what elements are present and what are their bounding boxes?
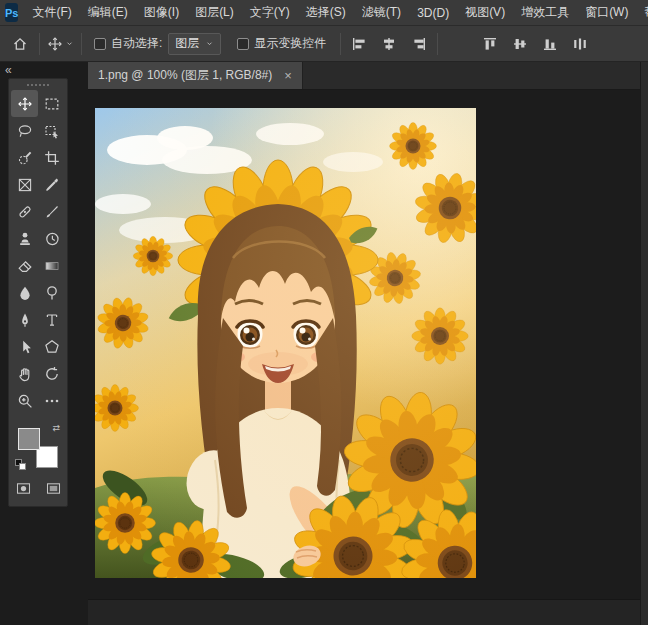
- document-tab[interactable]: 1.png @ 100% (图层 1, RGB/8#) ×: [88, 62, 303, 89]
- frame-icon: [17, 177, 33, 193]
- auto-select-value: 图层: [175, 35, 199, 52]
- tool-blur[interactable]: [11, 279, 38, 306]
- align-middle-button[interactable]: [509, 33, 531, 55]
- document-tab-bar: 1.png @ 100% (图层 1, RGB/8#) ×: [88, 62, 640, 90]
- tool-preset-button[interactable]: [47, 31, 74, 57]
- quick-selection-icon: [17, 150, 33, 166]
- status-bar: [88, 599, 640, 625]
- tool-eraser[interactable]: [11, 252, 38, 279]
- history-brush-icon: [44, 231, 60, 247]
- dodge-icon: [44, 285, 60, 301]
- menu-file[interactable]: 文件(F): [24, 0, 79, 26]
- canvas-viewport[interactable]: [88, 90, 640, 599]
- menu-edit[interactable]: 编辑(E): [80, 0, 136, 26]
- show-transform-checkbox[interactable]: [237, 38, 249, 50]
- close-tab-button[interactable]: ×: [284, 68, 292, 83]
- menu-layer[interactable]: 图层(L): [187, 0, 242, 26]
- healing-brush-icon: [17, 204, 33, 220]
- screen-mode-icon: [46, 481, 61, 496]
- lasso-icon: [17, 123, 33, 139]
- tool-pen[interactable]: [11, 306, 38, 333]
- menu-select[interactable]: 选择(S): [298, 0, 354, 26]
- align-top-button[interactable]: [479, 33, 501, 55]
- align-center-icon: [381, 36, 397, 52]
- menu-filter[interactable]: 滤镜(T): [354, 0, 409, 26]
- tool-object-selection[interactable]: [38, 117, 65, 144]
- tool-gradient[interactable]: [38, 252, 65, 279]
- align-right-icon: [411, 36, 427, 52]
- tool-frame[interactable]: [11, 171, 38, 198]
- distribute-horizontal-button[interactable]: [569, 33, 591, 55]
- tool-grid: [11, 90, 65, 414]
- tool-panel: ⇄: [8, 78, 68, 507]
- screen-mode-button[interactable]: [42, 478, 64, 498]
- canvas-image[interactable]: [95, 108, 476, 578]
- tool-options-bar: 自动选择: 图层 显示变换控件: [0, 26, 648, 62]
- foreground-color-swatch[interactable]: [18, 428, 40, 450]
- gradient-icon: [44, 258, 60, 274]
- menu-image[interactable]: 图像(I): [136, 0, 187, 26]
- tool-zoom[interactable]: [11, 387, 38, 414]
- tool-clone-stamp[interactable]: [11, 225, 38, 252]
- pen-icon: [17, 312, 33, 328]
- quick-mask-button[interactable]: [12, 478, 34, 498]
- show-transform-label: 显示变换控件: [254, 35, 326, 52]
- hand-icon: [17, 366, 33, 382]
- toolbar-bottom-buttons: [12, 478, 64, 498]
- align-bottom-icon: [542, 36, 558, 52]
- move-tool-icon: [47, 36, 63, 52]
- path-selection-icon: [17, 339, 33, 355]
- align-center-button[interactable]: [378, 33, 400, 55]
- workspace: «: [0, 62, 648, 625]
- auto-select-label: 自动选择:: [111, 35, 162, 52]
- menu-type[interactable]: 文字(Y): [242, 0, 298, 26]
- tool-quick-selection[interactable]: [11, 144, 38, 171]
- menu-plugins[interactable]: 增效工具: [513, 0, 577, 26]
- tool-crop[interactable]: [38, 144, 65, 171]
- auto-select-checkbox[interactable]: [94, 38, 106, 50]
- tool-eyedropper[interactable]: [38, 171, 65, 198]
- menu-view[interactable]: 视图(V): [457, 0, 513, 26]
- tool-dodge[interactable]: [38, 279, 65, 306]
- align-left-button[interactable]: [348, 33, 370, 55]
- divider: [81, 33, 82, 55]
- rotate-view-icon: [44, 366, 60, 382]
- divider: [39, 33, 40, 55]
- panel-grip[interactable]: [27, 84, 49, 87]
- tool-history-brush[interactable]: [38, 225, 65, 252]
- tool-path-selection[interactable]: [11, 333, 38, 360]
- tool-move[interactable]: [11, 90, 38, 117]
- tool-hand[interactable]: [11, 360, 38, 387]
- auto-select-target-dropdown[interactable]: 图层: [168, 33, 221, 55]
- tool-spot-healing-brush[interactable]: [11, 198, 38, 225]
- menu-window[interactable]: 窗口(W): [577, 0, 636, 26]
- align-right-button[interactable]: [408, 33, 430, 55]
- photoshop-logo: Ps: [5, 3, 18, 22]
- edit-toolbar-button[interactable]: [38, 387, 65, 414]
- tool-rotate-view[interactable]: [38, 360, 65, 387]
- type-icon: [44, 312, 60, 328]
- move-icon: [17, 96, 33, 112]
- collapse-toolbar-button[interactable]: «: [0, 64, 17, 76]
- menu-help[interactable]: 帮助(H): [636, 0, 648, 26]
- quick-mask-icon: [16, 481, 31, 496]
- document-area: 1.png @ 100% (图层 1, RGB/8#) ×: [88, 62, 640, 625]
- tool-brush[interactable]: [38, 198, 65, 225]
- divider: [437, 33, 438, 55]
- home-icon: [12, 36, 28, 52]
- marquee-icon: [44, 96, 60, 112]
- swap-colors-icon[interactable]: ⇄: [52, 424, 60, 433]
- tool-horizontal-type[interactable]: [38, 306, 65, 333]
- toolbar-header: «: [0, 62, 88, 77]
- tool-rectangular-marquee[interactable]: [38, 90, 65, 117]
- tool-shape[interactable]: [38, 333, 65, 360]
- default-colors-icon[interactable]: [15, 459, 28, 470]
- eyedropper-icon: [44, 177, 60, 193]
- align-bottom-button[interactable]: [539, 33, 561, 55]
- panel-dock-edge: [640, 62, 648, 625]
- document-tab-title: 1.png @ 100% (图层 1, RGB/8#): [98, 67, 272, 84]
- menu-3d[interactable]: 3D(D): [409, 0, 457, 26]
- align-buttons-vertical: [479, 33, 591, 55]
- tool-lasso[interactable]: [11, 117, 38, 144]
- home-button[interactable]: [8, 31, 32, 57]
